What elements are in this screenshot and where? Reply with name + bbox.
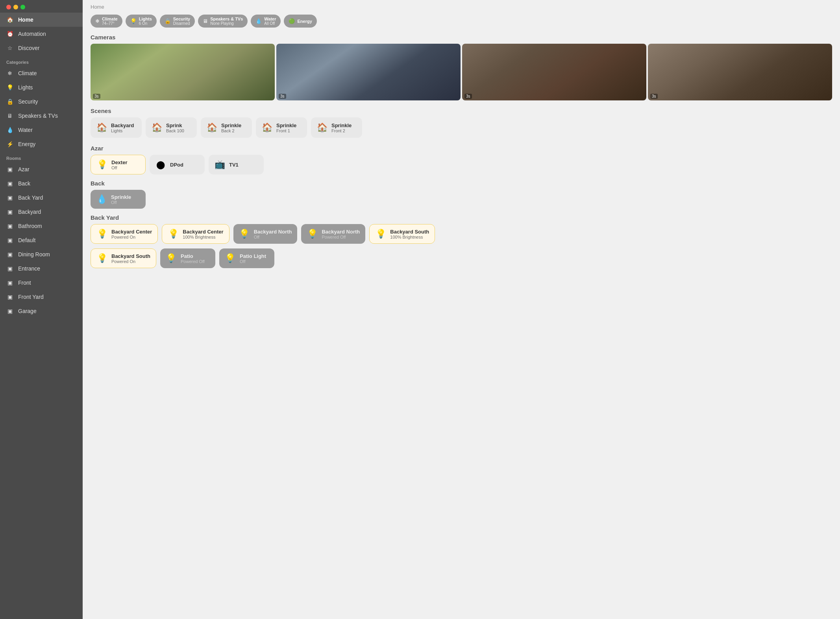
- device-dpod[interactable]: ⬤ DPod: [150, 155, 205, 174]
- scene-icon: 🏠: [96, 122, 107, 133]
- cameras-section-header: Cameras: [83, 32, 840, 42]
- azar-devices-row: 💡 Dexter Off ⬤ DPod 📺 TV1: [83, 153, 840, 178]
- sidebar-item-diningroom[interactable]: ▣ Dining Room: [0, 247, 83, 261]
- sidebar-item-discover[interactable]: ☆ Discover: [0, 41, 83, 55]
- scene-sprink-back-100[interactable]: 🏠 Sprink Back 100: [146, 117, 197, 138]
- scene-icon-4: 🏠: [261, 122, 272, 133]
- speakers-pill[interactable]: 🖥 Speakers & TVs None Playing: [198, 15, 248, 28]
- security-pill-icon: 🔒: [165, 18, 171, 24]
- bulb-on-icon-bc: 💡: [96, 228, 107, 239]
- scenes-section-header: Scenes: [83, 105, 840, 116]
- lights-pill-icon: 💡: [130, 18, 137, 24]
- azar-section-header: Azar: [83, 143, 840, 153]
- room-icon-bathroom: ▣: [6, 222, 13, 230]
- room-icon-default: ▣: [6, 237, 13, 244]
- camera-4[interactable]: 3s: [648, 44, 832, 100]
- energy-icon: ⚡: [6, 141, 13, 148]
- sidebar-item-entrance[interactable]: ▣ Entrance: [0, 261, 83, 276]
- traffic-lights: [0, 0, 83, 13]
- bulb-off-icon-bn: 💡: [239, 228, 250, 239]
- sidebar-item-backyard[interactable]: ▣ Back Yard: [0, 191, 83, 205]
- sprinkle-icon: 💧: [96, 194, 107, 205]
- scene-backyard-lights[interactable]: 🏠 Backyard Lights: [91, 117, 142, 138]
- scene-sprinkle-back-2[interactable]: 🏠 Sprinkle Back 2: [201, 117, 252, 138]
- device-backyard-center-brightness[interactable]: 💡 Backyard Center 100% Brightness: [162, 224, 229, 244]
- lock-icon: 🔒: [6, 98, 13, 105]
- camera-1[interactable]: 3s: [91, 44, 275, 100]
- climate-icon: ❄: [6, 70, 13, 77]
- scene-sprinkle-front-2[interactable]: 🏠 Sprinkle Front 2: [311, 117, 362, 138]
- sidebar-item-back[interactable]: ▣ Back: [0, 176, 83, 191]
- device-patio-off[interactable]: 💡 Patio Powered Off: [160, 248, 215, 268]
- categories-label: Categories: [0, 55, 83, 66]
- lights-pill[interactable]: 💡 Lights 6 On: [126, 15, 157, 28]
- device-backyard-north-powered-off[interactable]: 💡 Backyard North Powered Off: [301, 224, 365, 244]
- scene-icon-3: 🏠: [206, 122, 217, 133]
- sidebar-item-frontyard[interactable]: ▣ Front Yard: [0, 290, 83, 304]
- sidebar-item-azar[interactable]: ▣ Azar: [0, 162, 83, 176]
- sidebar-item-water[interactable]: 💧 Water: [0, 123, 83, 137]
- sidebar-item-climate[interactable]: ❄ Climate: [0, 66, 83, 80]
- camera-3[interactable]: 3s: [462, 44, 646, 100]
- scene-icon-5: 🏠: [316, 122, 327, 133]
- sidebar-item-home[interactable]: 🏠 Home: [0, 13, 83, 27]
- back-section-header: Back: [83, 178, 840, 188]
- sidebar-item-energy[interactable]: ⚡ Energy: [0, 137, 83, 151]
- maximize-dot[interactable]: [20, 5, 25, 9]
- camera-3-timestamp: 3s: [464, 94, 472, 99]
- sidebar-item-backyardroom[interactable]: ▣ Backyard: [0, 205, 83, 219]
- bulb-off-icon-patiolight: 💡: [225, 253, 236, 264]
- home-icon: 🏠: [6, 16, 13, 23]
- camera-grid: 3s 3s 3s 3s: [83, 42, 840, 105]
- security-pill[interactable]: 🔒 Security Disarmed: [160, 15, 195, 28]
- sidebar-item-front[interactable]: ▣ Front: [0, 276, 83, 290]
- camera-1-timestamp: 3s: [93, 94, 100, 99]
- room-icon: ▣: [6, 166, 13, 173]
- room-icon-backyard: ▣: [6, 194, 13, 201]
- device-backyard-center-on[interactable]: 💡 Backyard Center Powered On: [91, 224, 158, 244]
- scenes-row: 🏠 Backyard Lights 🏠 Sprink Back 100 🏠 Sp…: [83, 116, 840, 143]
- room-icon-garage: ▣: [6, 308, 13, 315]
- device-backyard-south-on[interactable]: 💡 Backyard South Powered On: [91, 248, 156, 268]
- room-icon-entrance: ▣: [6, 265, 13, 272]
- climate-pill[interactable]: ❄ Climate 74–77°: [91, 15, 122, 28]
- appletv-icon: 📺: [214, 159, 225, 170]
- room-icon-backyardroom: ▣: [6, 208, 13, 215]
- room-icon-back: ▣: [6, 180, 13, 187]
- device-dexter[interactable]: 💡 Dexter Off: [91, 155, 146, 174]
- device-backyard-north-off[interactable]: 💡 Backyard North Off: [233, 224, 298, 244]
- sidebar-item-automation[interactable]: ⏰ Automation: [0, 27, 83, 41]
- bulb-on-icon-bs2: 💡: [96, 253, 107, 264]
- water-pill-icon: 💧: [255, 18, 262, 24]
- scene-sprinkle-front-1[interactable]: 🏠 Sprinkle Front 1: [256, 117, 307, 138]
- room-icon-diningroom: ▣: [6, 251, 13, 258]
- close-dot[interactable]: [6, 5, 11, 9]
- device-backyard-south-brightness[interactable]: 💡 Backyard South 100% Brightness: [369, 224, 435, 244]
- star-icon: ☆: [6, 44, 13, 52]
- camera-2[interactable]: 3s: [276, 44, 461, 100]
- backyard-devices-row1: 💡 Backyard Center Powered On 💡 Backyard …: [83, 222, 840, 247]
- sidebar-item-security[interactable]: 🔒 Security: [0, 95, 83, 109]
- sidebar-item-garage[interactable]: ▣ Garage: [0, 304, 83, 318]
- bulb-off-icon-patio: 💡: [166, 253, 177, 264]
- device-patio-light-off[interactable]: 💡 Patio Light Off: [219, 248, 274, 268]
- energy-pill[interactable]: 🟢 Energy: [284, 15, 316, 28]
- energy-pill-icon: 🟢: [289, 18, 295, 24]
- sidebar-item-lights[interactable]: 💡 Lights: [0, 80, 83, 95]
- minimize-dot[interactable]: [13, 5, 18, 9]
- bulb-on-icon-bs: 💡: [375, 228, 386, 239]
- scene-icon-2: 🏠: [151, 122, 162, 133]
- device-tv1[interactable]: 📺 TV1: [209, 155, 264, 174]
- sidebar-item-default[interactable]: ▣ Default: [0, 233, 83, 247]
- clock-icon: ⏰: [6, 30, 13, 37]
- bulb-on-icon-bc2: 💡: [168, 228, 179, 239]
- water-pill[interactable]: 💧 Water All Off: [251, 15, 281, 28]
- bulb-off-icon-bn2: 💡: [307, 228, 318, 239]
- bulb-on-icon: 💡: [96, 159, 107, 170]
- climate-pill-icon: ❄: [95, 18, 100, 24]
- pod-icon: ⬤: [155, 159, 166, 170]
- sidebar-item-speakers[interactable]: 🖥 Speakers & TVs: [0, 109, 83, 123]
- sidebar-item-bathroom[interactable]: ▣ Bathroom: [0, 219, 83, 233]
- backyard-devices-row2: 💡 Backyard South Powered On 💡 Patio Powe…: [83, 247, 840, 271]
- device-sprinkle[interactable]: 💧 Sprinkle Off: [91, 190, 146, 209]
